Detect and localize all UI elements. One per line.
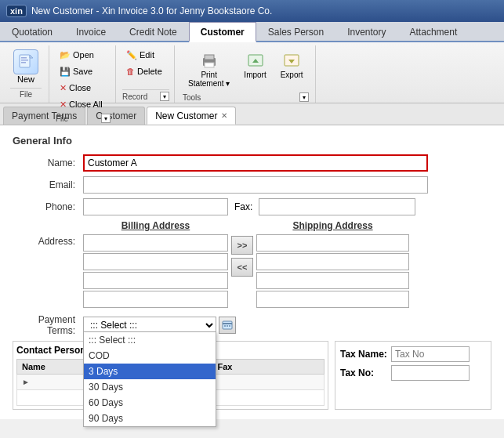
save-icon: 💾 [60,67,71,77]
close-all-label: Close All [69,100,103,109]
export-label: Export [281,71,303,79]
save-button[interactable]: 💾 Save [56,63,111,79]
ribbon-file-group: 📂 Open 💾 Save ✕ Close ✕ Close All File ▾ [51,45,116,103]
dropdown-item-cod[interactable]: COD [84,348,216,364]
export-button[interactable]: Export [275,49,309,82]
copy-to-billing-button[interactable]: << [231,258,253,277]
tab-sales-person[interactable]: Sales Person [256,22,335,41]
svg-point-14 [224,325,226,327]
svg-point-15 [227,325,228,327]
ribbon-tools-group: Print Statement ▾ Import Export Tools ▾ [176,45,316,103]
shipping-line-3[interactable] [256,272,409,289]
contact-cell-3 [212,375,325,390]
import-icon [246,52,265,71]
svg-rect-13 [223,323,232,324]
svg-rect-7 [205,63,214,67]
open-label: Open [73,50,94,60]
svg-rect-0 [20,55,30,67]
open-button[interactable]: 📂 Open [56,47,111,63]
payment-terms-edit-button[interactable] [219,317,236,334]
app-logo: xin [6,5,27,17]
phone-input[interactable] [83,198,228,215]
ribbon-new-group: New File [3,45,49,103]
print-icon [200,52,219,71]
print-sub-label: Statement ▾ [188,79,230,88]
new-button[interactable]: New [8,47,44,86]
billing-address-col: Billing Address [83,220,228,309]
address-arrows: >> << [231,220,253,277]
ribbon-record-group: ✏️ Edit 🗑 Delete Record ▾ [118,45,175,103]
email-input[interactable] [83,176,428,194]
billing-line-2[interactable] [83,253,228,270]
general-info-title: General Info [13,135,491,147]
shipping-line-1[interactable] [256,234,409,252]
address-label: Address: [13,220,83,247]
svg-rect-2 [21,60,28,61]
record-expand[interactable]: ▾ [160,92,169,101]
delete-label: Delete [137,67,162,76]
svg-rect-1 [21,57,27,59]
svg-rect-6 [205,55,214,60]
title-bar: xin New Customer - Xin Invoice 3.0 for J… [0,0,504,22]
name-label: Name: [13,157,83,168]
phone-fax-row: Phone: Fax: [13,198,491,215]
delete-button[interactable]: 🗑 Delete [122,63,169,79]
tax-no-input[interactable] [391,365,470,381]
svg-rect-3 [21,62,26,63]
tax-name-input[interactable] [391,346,470,362]
new-customer-tab-close[interactable]: ✕ [221,111,227,120]
billing-header: Billing Address [83,220,228,231]
billing-line-4[interactable] [83,291,228,308]
contact-fax-1[interactable] [212,390,325,406]
window-title: New Customer - Xin Invoice 3.0 for Jenny… [31,5,272,16]
file-expand[interactable]: ▾ [101,114,111,123]
edit-button[interactable]: ✏️ Edit [122,47,169,63]
name-input[interactable] [83,154,428,172]
close-all-button[interactable]: ✕ Close All [56,96,111,112]
dropdown-item-3days[interactable]: 3 Days [84,364,216,379]
tools-expand[interactable]: ▾ [299,92,309,102]
top-tab-bar: Quotation Invoice Credit Note Customer S… [0,22,504,42]
tab-quotation[interactable]: Quotation [0,22,64,41]
print-statement-button[interactable]: Print Statement ▾ [183,49,235,91]
billing-line-1[interactable] [83,234,228,252]
fax-input[interactable] [259,198,415,215]
tax-name-label: Tax Name: [340,349,391,360]
tab-attachment[interactable]: Attachment [398,22,470,41]
shipping-line-2[interactable] [256,253,409,270]
tax-no-label: Tax No: [340,367,391,378]
name-row: Name: [13,154,491,172]
tab-new-customer[interactable]: New Customer ✕ [147,107,235,125]
dropdown-item-select[interactable]: ::: Select ::: [84,332,216,348]
export-icon [282,52,301,71]
payment-terms-row: Payment Terms: ::: Select ::: COD 3 Days… [13,314,491,336]
calendar-icon [222,320,233,331]
record-buttons: ✏️ Edit 🗑 Delete [122,47,169,79]
close-button[interactable]: ✕ Close [56,80,111,96]
delete-icon: 🗑 [126,67,135,76]
shipping-line-4[interactable] [256,291,409,308]
tools-label: Tools [183,93,201,102]
tab-credit-note[interactable]: Credit Note [118,22,189,41]
tab-inventory[interactable]: Inventory [335,22,397,41]
tab-customer[interactable]: Customer [189,22,256,42]
save-label: Save [73,67,92,76]
close-icon: ✕ [60,83,67,93]
copy-to-shipping-button[interactable]: >> [231,236,253,255]
tab-invoice[interactable]: Invoice [64,22,118,41]
shipping-address-col: Shipping Address [256,220,409,309]
import-label: Import [244,71,266,79]
ribbon: New File 📂 Open 💾 Save ✕ Close ✕ Close A… [0,42,504,103]
import-button[interactable]: Import [238,49,271,82]
edit-label: Edit [140,50,154,60]
main-content: General Info Name: Email: Phone: Fax: Ad… [0,125,504,419]
dropdown-item-90days[interactable]: 90 Days [84,411,216,426]
billing-line-3[interactable] [83,272,228,289]
dropdown-item-60days[interactable]: 60 Days [84,395,216,411]
phone-label: Phone: [13,201,83,212]
email-row: Email: [13,176,491,194]
address-row: Address: Billing Address >> << Shipping … [13,220,491,309]
fax-label: Fax: [234,201,252,212]
dropdown-item-30days[interactable]: 30 Days [84,379,216,395]
tax-name-row: Tax Name: [340,346,486,362]
